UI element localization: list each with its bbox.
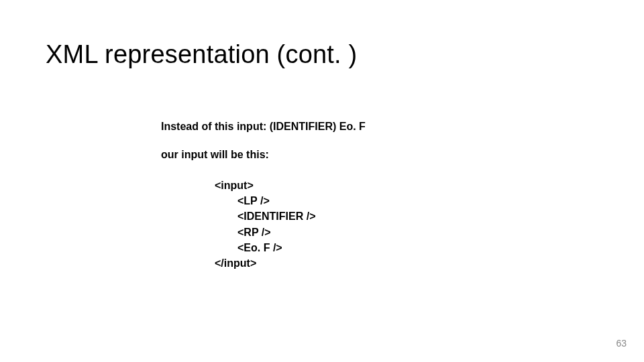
code-block: <input> <LP /> <IDENTIFIER /> <RP /> <Eo… <box>215 178 315 271</box>
code-line: </input> <box>215 257 256 269</box>
text-line-1: Instead of this input: (IDENTIFIER) Eo. … <box>161 121 366 133</box>
code-line: <IDENTIFIER /> <box>215 208 315 224</box>
page-number: 63 <box>616 338 627 349</box>
code-line: <RP /> <box>215 225 315 240</box>
slide-title: XML representation (cont. ) <box>46 40 357 69</box>
code-line: <Eo. F /> <box>215 240 315 255</box>
slide: XML representation (cont. ) Instead of t… <box>0 0 644 362</box>
code-line: <LP /> <box>215 193 315 208</box>
code-line: <input> <box>215 180 254 191</box>
text-line-2: our input will be this: <box>161 149 269 161</box>
